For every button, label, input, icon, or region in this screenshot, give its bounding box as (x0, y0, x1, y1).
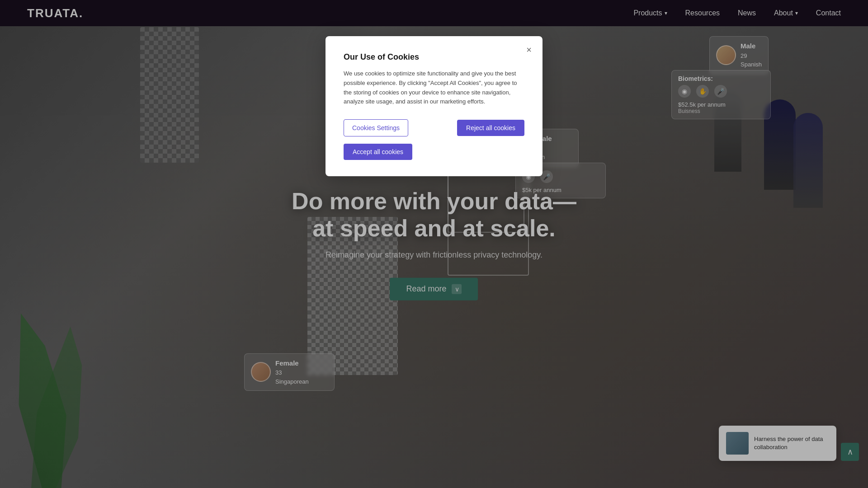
cookie-modal-overlay: × Our Use of Cookies We use cookies to o… (0, 0, 868, 488)
reject-all-cookies-button[interactable]: Reject all cookies (457, 120, 524, 136)
modal-close-button[interactable]: × (523, 43, 535, 56)
modal-actions: Cookies Settings Reject all cookies Acce… (344, 119, 524, 160)
cookie-modal: × Our Use of Cookies We use cookies to o… (326, 36, 542, 176)
modal-body: We use cookies to optimize site function… (344, 69, 524, 107)
modal-title: Our Use of Cookies (344, 52, 524, 62)
accept-all-cookies-button[interactable]: Accept all cookies (344, 144, 412, 160)
cookies-settings-button[interactable]: Cookies Settings (344, 119, 408, 136)
